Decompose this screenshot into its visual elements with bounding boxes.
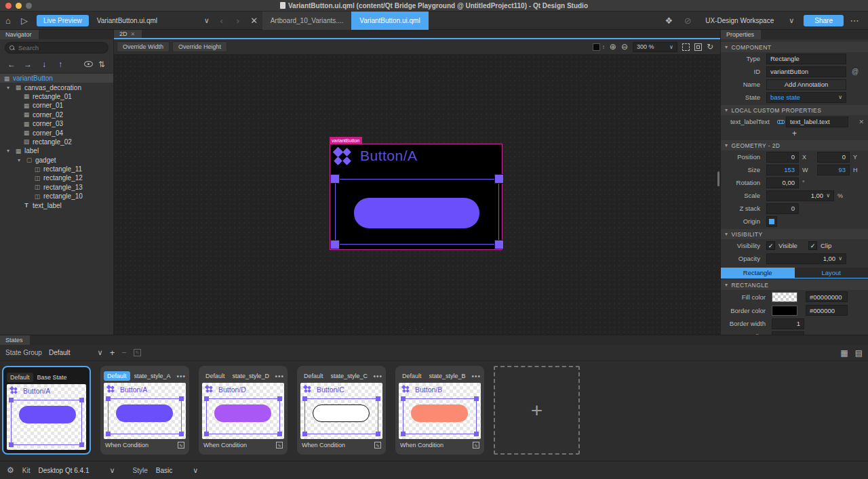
vertical-scrollbar[interactable] <box>717 171 719 186</box>
override-width-button[interactable]: Override Width <box>117 41 170 52</box>
state-thumbnail[interactable]: Button/A <box>104 383 186 439</box>
share-button[interactable]: Share <box>804 15 844 26</box>
state-thumbnail[interactable]: Button/B <box>399 383 481 439</box>
fit-to-screen-icon[interactable] <box>694 43 702 51</box>
origin-selector[interactable] <box>766 216 777 227</box>
resize-handle-bottom-left[interactable] <box>330 240 340 249</box>
fill-color-hex-field[interactable]: #00000000 <box>806 291 848 302</box>
navigator-item-corner_02[interactable]: ▦ corner_02 <box>0 110 113 119</box>
nodes-icon[interactable]: ❖ <box>660 16 677 26</box>
scale-field[interactable]: 1,00 ∨ <box>766 190 834 201</box>
background-color-swatch[interactable] <box>593 43 600 51</box>
thumbnail-size-large-icon[interactable]: ▦ <box>840 348 848 358</box>
resize-handle-top-right[interactable] <box>494 174 504 184</box>
navigator-item-rectangle_12[interactable]: ◫ rectangle_12 <box>0 173 113 182</box>
add-state-card[interactable]: + <box>494 366 580 455</box>
move-left-icon[interactable]: ← <box>4 60 19 69</box>
state-group-dropdown[interactable]: Default ∨ <box>49 348 103 357</box>
state-thumbnail[interactable]: Button/C <box>300 383 382 439</box>
properties-tab[interactable]: Properties <box>721 30 761 39</box>
workspace-dropdown[interactable]: UX-Design Workspace ∨ <box>698 16 801 25</box>
navigator-item-corner_04[interactable]: ▦ corner_04 <box>0 128 113 137</box>
default-badge[interactable]: Default <box>399 371 425 381</box>
visibility-eye-icon[interactable] <box>84 61 93 67</box>
expand-caret-icon[interactable]: ▾ <box>7 148 12 154</box>
radius-field[interactable] <box>772 331 804 335</box>
2d-tab[interactable]: 2D ✕ <box>114 30 142 38</box>
border-color-swatch[interactable] <box>772 306 797 316</box>
resize-handle-top-left[interactable] <box>330 174 340 184</box>
resize-handle-bottom-right[interactable] <box>494 240 504 249</box>
card-menu-icon[interactable]: ••• <box>471 373 481 380</box>
expand-caret-icon[interactable]: ▾ <box>18 157 23 163</box>
position-x-field[interactable]: 0 <box>766 152 799 163</box>
opacity-field[interactable]: 1,00 ∨ <box>766 253 846 264</box>
states-tab[interactable]: States <box>0 335 30 345</box>
navigator-item-rectangle_01[interactable]: ▦ rectangle_01 <box>0 92 113 101</box>
add-annotation-button[interactable]: Add Annotation <box>766 79 846 90</box>
state-card-state_style_C[interactable]: Default state_style_C ••• Button/C <box>297 366 386 455</box>
rotation-field[interactable]: 0,00 <box>766 178 799 188</box>
more-icon[interactable]: ⋯ <box>846 16 863 26</box>
position-y-field[interactable]: 0 <box>817 152 850 163</box>
state-thumbnail[interactable]: Button/D <box>202 383 284 439</box>
default-badge[interactable]: Default <box>300 371 327 381</box>
navigator-item-rectangle_02[interactable]: ▨ rectangle_02 <box>0 138 113 146</box>
edit-condition-icon[interactable]: ✎ <box>178 442 184 449</box>
navigator-item-corner_03[interactable]: ▦ corner_03 <box>0 119 113 128</box>
visible-checkbox[interactable]: ✓ <box>766 241 775 250</box>
run-icon[interactable]: ▷ <box>16 16 33 26</box>
close-tab-icon[interactable]: ✕ <box>131 31 136 37</box>
navigator-search[interactable] <box>5 42 108 54</box>
zoom-selection-icon[interactable] <box>682 43 690 51</box>
state-card-state_style_D[interactable]: Default state_style_D ••• Button/D <box>199 366 288 455</box>
state-card-state_style_B[interactable]: Default state_style_B ••• Button/B <box>395 366 484 455</box>
horizontal-scrollbar[interactable]: · · · · <box>402 326 425 333</box>
thumbnail-size-small-icon[interactable]: ▤ <box>855 348 863 358</box>
home-icon[interactable]: ⌂ <box>0 16 16 26</box>
back-icon[interactable]: ‹ <box>214 16 230 26</box>
state-dropdown[interactable]: base state ∨ <box>766 92 846 103</box>
remove-property-icon[interactable]: ✕ <box>859 119 864 125</box>
navigator-item-variantButton[interactable]: ▦ variantButton <box>0 74 113 83</box>
size-width-field[interactable]: 153 <box>766 165 799 175</box>
search-input[interactable] <box>18 44 104 51</box>
default-badge[interactable]: Default <box>104 371 130 381</box>
state-thumbnail[interactable]: Button/A <box>7 384 86 450</box>
add-property-button[interactable]: + <box>792 129 797 138</box>
section-visibility[interactable]: ▾ VISIBILITY <box>721 229 868 239</box>
section-geometry-2d[interactable]: ▾ GEOMETRY - 2D <box>721 140 868 150</box>
default-badge[interactable]: Default <box>7 373 33 382</box>
zoom-level-dropdown[interactable]: 300 % ∨ <box>633 42 677 52</box>
button-shape[interactable] <box>354 198 479 228</box>
reset-view-icon[interactable]: ↻ <box>707 42 713 51</box>
canvas-viewport[interactable]: variantButton Button/A · · · · <box>114 55 720 335</box>
expand-caret-icon[interactable]: ▾ <box>7 85 12 91</box>
add-state-group-button[interactable]: + <box>110 348 115 358</box>
sort-icon[interactable]: ⇅ <box>94 60 109 69</box>
card-menu-icon[interactable]: ••• <box>275 373 284 380</box>
close-document-icon[interactable]: ✕ <box>246 16 262 26</box>
default-badge[interactable]: Default <box>202 371 229 381</box>
swatch-stepper-icon[interactable]: ↕ <box>602 44 605 50</box>
navigator-item-corner_01[interactable]: ▦ corner_01 <box>0 101 113 110</box>
forward-icon[interactable]: › <box>230 16 246 26</box>
doc-tab-variantbutton[interactable]: VariantButton.ui.qml <box>351 12 428 30</box>
zoom-in-icon[interactable]: ⊕ <box>610 42 616 51</box>
open-file-dropdown[interactable]: VariantButton.ui.qml ∨ <box>93 16 214 25</box>
move-down-icon[interactable]: ↓ <box>37 60 52 69</box>
navigator-item-text_label[interactable]: T text_label <box>0 201 113 209</box>
fill-color-swatch[interactable] <box>772 292 797 302</box>
navigator-item-rectangle_13[interactable]: ◫ rectangle_13 <box>0 183 113 192</box>
selection-frame[interactable] <box>335 179 499 245</box>
override-height-button[interactable]: Override Height <box>172 41 227 52</box>
section-rectangle[interactable]: ▾ RECTANGLE <box>721 280 868 290</box>
tab-layout[interactable]: Layout <box>795 268 868 278</box>
size-height-field[interactable]: 93 <box>817 165 850 175</box>
navigator-item-label[interactable]: ▾ ▦ label <box>0 146 113 155</box>
navigator-item-gadget[interactable]: ▾ ▢ gadget <box>0 156 113 165</box>
navigator-item-rectangle_11[interactable]: ◫ rectangle_11 <box>0 165 113 173</box>
artboard-title-text[interactable]: Button/A <box>360 148 418 164</box>
kit-dropdown[interactable]: Desktop Qt 6.4.1 ∨ <box>38 466 115 475</box>
artboard-variantbutton[interactable]: variantButton Button/A <box>330 144 502 250</box>
